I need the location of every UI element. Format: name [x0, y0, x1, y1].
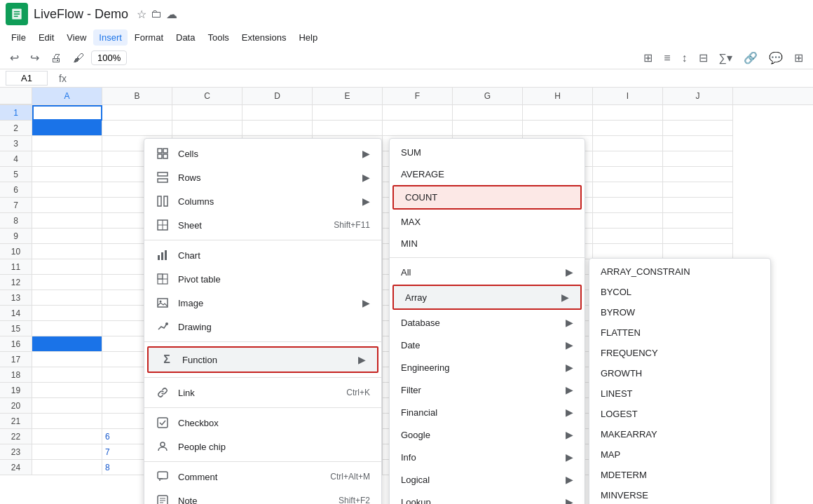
menu-help[interactable]: Help: [293, 29, 323, 46]
function-submenu[interactable]: SUM AVERAGE COUNT MAX MIN: [389, 138, 585, 504]
grid-cell[interactable]: [523, 105, 593, 121]
grid-cell[interactable]: [593, 213, 663, 229]
func-count[interactable]: COUNT: [392, 185, 582, 210]
grid-cell[interactable]: [593, 105, 663, 121]
menu-item-note[interactable]: Note Shift+F2: [144, 489, 381, 504]
menu-format[interactable]: Format: [129, 29, 169, 46]
grid-cell[interactable]: [32, 352, 102, 367]
redo-button[interactable]: ↪: [26, 48, 43, 67]
func-cat-engineering[interactable]: Engineering ▶: [390, 356, 585, 379]
array-item-flatten[interactable]: FLATTEN: [589, 322, 770, 343]
menu-item-function[interactable]: Σ Function ▶: [147, 346, 378, 373]
grid-cell[interactable]: [102, 105, 172, 121]
star-icon[interactable]: ☆: [137, 8, 146, 21]
menu-item-image[interactable]: Image ▶: [144, 291, 381, 315]
menu-item-pivot[interactable]: Pivot table: [144, 267, 381, 291]
menu-tools[interactable]: Tools: [202, 29, 234, 46]
col-header-g[interactable]: G: [453, 88, 523, 104]
grid-cell[interactable]: [172, 105, 242, 121]
col-header-c[interactable]: C: [172, 88, 242, 104]
grid-cell[interactable]: [172, 121, 242, 136]
array-item-byrow[interactable]: BYROW: [589, 302, 770, 322]
col-header-f[interactable]: F: [383, 88, 453, 104]
menu-item-drawing[interactable]: Drawing: [144, 315, 381, 339]
grid-cell[interactable]: [32, 306, 102, 321]
grid-cell[interactable]: [383, 121, 453, 136]
func-min[interactable]: MIN: [390, 233, 585, 254]
grid-cell[interactable]: [313, 105, 383, 121]
array-item-linest[interactable]: LINEST: [589, 383, 770, 404]
func-cat-logical[interactable]: Logical ▶: [390, 468, 585, 491]
func-cat-google[interactable]: Google ▶: [390, 423, 585, 446]
col-header-b[interactable]: B: [102, 88, 172, 104]
formula-button[interactable]: ∑▾: [715, 48, 737, 67]
func-average[interactable]: AVERAGE: [390, 163, 585, 185]
align-button[interactable]: ≡: [660, 49, 674, 67]
func-cat-date[interactable]: Date ▶: [390, 334, 585, 356]
grid-cell[interactable]: [593, 167, 663, 182]
grid-cell[interactable]: [383, 105, 453, 121]
print-button[interactable]: 🖨: [46, 49, 66, 67]
cell-ref-box[interactable]: A1: [6, 71, 48, 86]
array-item-growth[interactable]: GROWTH: [589, 363, 770, 383]
menu-file[interactable]: File: [6, 29, 32, 46]
grid-cell[interactable]: [593, 136, 663, 151]
grid-cell[interactable]: [523, 121, 593, 136]
grid-cell[interactable]: [663, 244, 733, 259]
border-button[interactable]: ⊞: [639, 48, 657, 67]
grid-cell[interactable]: [663, 229, 733, 244]
grid-cell[interactable]: [32, 259, 102, 275]
menu-view[interactable]: View: [61, 29, 92, 46]
grid-cell[interactable]: [32, 121, 102, 136]
folder-icon[interactable]: 🗀: [151, 8, 162, 21]
formula-input[interactable]: [78, 73, 807, 83]
col-header-i[interactable]: I: [593, 88, 663, 104]
grid-cell[interactable]: [242, 105, 313, 121]
sheets-button[interactable]: ⊞: [790, 48, 807, 67]
grid-cell[interactable]: [663, 198, 733, 213]
func-cat-all[interactable]: All ▶: [390, 261, 585, 283]
grid-cell[interactable]: [32, 444, 102, 460]
func-cat-filter[interactable]: Filter ▶: [390, 379, 585, 401]
grid-cell[interactable]: [32, 167, 102, 182]
grid-cell[interactable]: [32, 213, 102, 229]
grid-cell[interactable]: [32, 290, 102, 306]
menu-insert[interactable]: Insert: [93, 29, 128, 46]
grid-cell[interactable]: [32, 229, 102, 244]
zoom-selector[interactable]: 100%: [91, 50, 127, 65]
menu-extensions[interactable]: Extensions: [236, 29, 292, 46]
grid-cell[interactable]: [32, 429, 102, 444]
grid-cell[interactable]: [593, 151, 663, 167]
grid-cell[interactable]: [663, 121, 733, 136]
grid-cell[interactable]: [102, 121, 172, 136]
grid-cell[interactable]: [663, 213, 733, 229]
link-toolbar-button[interactable]: 🔗: [739, 48, 762, 67]
array-item-makearray[interactable]: MAKEARRAY: [589, 424, 770, 444]
array-item-bycol[interactable]: BYCOL: [589, 282, 770, 302]
col-header-j[interactable]: J: [663, 88, 733, 104]
array-submenu[interactable]: ARRAY_CONSTRAIN BYCOL BYROW FLATTEN FREQ…: [589, 258, 771, 504]
grid-cell[interactable]: [593, 121, 663, 136]
menu-item-sheet[interactable]: Sheet Shift+F11: [144, 213, 381, 237]
col-header-e[interactable]: E: [313, 88, 383, 104]
func-cat-info[interactable]: Info ▶: [390, 446, 585, 468]
grid-cell[interactable]: [32, 105, 102, 121]
menu-item-link[interactable]: Link Ctrl+K: [144, 381, 381, 404]
menu-item-comment[interactable]: Comment Ctrl+Alt+M: [144, 465, 381, 489]
array-item-mdeterm[interactable]: MDETERM: [589, 465, 770, 485]
func-cat-database[interactable]: Database ▶: [390, 311, 585, 334]
grid-cell[interactable]: [453, 105, 523, 121]
menu-item-checkbox[interactable]: Checkbox: [144, 411, 381, 435]
grid-cell[interactable]: [593, 182, 663, 198]
grid-cell[interactable]: [32, 244, 102, 259]
filter-button[interactable]: ⊟: [695, 48, 712, 67]
grid-cell[interactable]: [32, 383, 102, 398]
grid-cell[interactable]: [663, 151, 733, 167]
col-header-d[interactable]: D: [242, 88, 313, 104]
array-item-array-constrain[interactable]: ARRAY_CONSTRAIN: [589, 261, 770, 282]
undo-button[interactable]: ↩: [6, 48, 23, 67]
func-cat-array[interactable]: Array ▶: [392, 285, 582, 310]
grid-cell[interactable]: [663, 136, 733, 151]
func-sum[interactable]: SUM: [390, 142, 585, 163]
grid-cell[interactable]: [32, 398, 102, 414]
